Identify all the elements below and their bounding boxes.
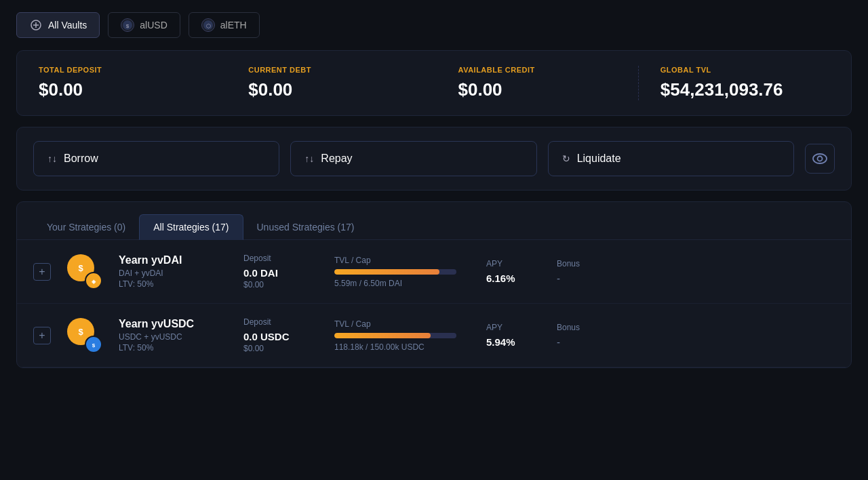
nav-all-vaults-label: All Vaults xyxy=(48,20,87,31)
repay-arrow-icon: ↑↓ xyxy=(304,153,314,164)
yvusdc-name: Yearn yvUSDC xyxy=(119,318,227,330)
yvusdc-ltv: LTV: 50% xyxy=(119,343,227,353)
yvdai-icon-sub: ◈ xyxy=(85,272,102,289)
yvdai-apy-label: APY xyxy=(486,259,540,268)
stats-card: TOTAL DEPOSIT $0.00 CURRENT DEBT $0.00 A… xyxy=(16,50,852,116)
yvusdc-apy: APY 5.94% xyxy=(486,323,540,348)
yvdai-deposit-label: Deposit xyxy=(243,254,318,263)
available-credit-label: AVAILABLE CREDIT xyxy=(458,66,627,74)
svg-text:$: $ xyxy=(126,23,130,29)
svg-text:$: $ xyxy=(92,342,96,348)
yvusdc-bonus: Bonus - xyxy=(557,323,597,348)
yvusdc-info: Yearn yvUSDC USDC + yvUSDC LTV: 50% xyxy=(119,318,227,353)
svg-text:⬡: ⬡ xyxy=(205,23,210,29)
liquidate-button[interactable]: ↻ Liquidate xyxy=(548,141,794,176)
action-card: ↑↓ Borrow ↑↓ Repay ↻ Liquidate xyxy=(16,127,852,191)
yvdai-tvl-text: 5.59m / 6.50m DAI xyxy=(334,279,470,288)
borrow-arrow-icon: ↑↓ xyxy=(47,153,57,164)
repay-button[interactable]: ↑↓ Repay xyxy=(290,141,536,176)
borrow-button[interactable]: ↑↓ Borrow xyxy=(33,141,279,176)
total-deposit-value: $0.00 xyxy=(39,79,208,100)
yvdai-deposit-usd: $0.00 xyxy=(243,280,318,289)
tab-all-strategies[interactable]: All Strategies (17) xyxy=(139,214,243,240)
yvusdc-icon: $ $ xyxy=(67,318,102,353)
nav-aiusd-label: alUSD xyxy=(140,20,167,31)
tab-your-strategies[interactable]: Your Strategies (0) xyxy=(33,214,139,240)
yvusdc-tvl-text: 118.18k / 150.00k USDC xyxy=(334,342,470,352)
borrow-label: Borrow xyxy=(64,153,98,165)
yvdai-info: Yearn yvDAI DAI + yvDAI LTV: 50% xyxy=(119,254,227,289)
yvdai-bonus: Bonus - xyxy=(557,259,597,284)
yvusdc-deposit-label: Deposit xyxy=(243,317,318,327)
yvusdc-apy-value: 5.94% xyxy=(486,336,540,348)
yvdai-name: Yearn yvDAI xyxy=(119,254,227,266)
current-debt-value: $0.00 xyxy=(248,79,417,100)
liquidate-refresh-icon: ↻ xyxy=(562,153,570,164)
all-vaults-icon xyxy=(29,18,43,32)
yvdai-deposit: Deposit 0.0 DAI $0.00 xyxy=(243,254,318,289)
available-credit-value: $0.00 xyxy=(458,79,627,100)
liquidate-label: Liquidate xyxy=(577,153,621,165)
strategies-card: Your Strategies (0) All Strategies (17) … xyxy=(16,201,852,368)
nav-aiusd[interactable]: $ alUSD xyxy=(108,12,180,38)
aiusd-icon: $ xyxy=(121,18,134,32)
available-credit-stat: AVAILABLE CREDIT $0.00 xyxy=(458,66,627,100)
svg-point-6 xyxy=(817,157,822,161)
yvusdc-bonus-label: Bonus xyxy=(557,323,597,332)
yvusdc-deposit: Deposit 0.0 USDC $0.00 xyxy=(243,317,318,353)
global-tvl-stat: GLOBAL TVL $54,231,093.76 xyxy=(638,66,829,100)
yvusdc-deposit-usd: $0.00 xyxy=(243,344,318,353)
yvdai-apy: APY 6.16% xyxy=(486,259,540,284)
yvusdc-progress-bar xyxy=(334,333,456,338)
total-deposit-label: TOTAL DEPOSIT xyxy=(39,66,208,74)
yvusdc-icon-sub: $ xyxy=(85,336,102,353)
yvusdc-tvl: TVL / Cap 118.18k / 150.00k USDC xyxy=(334,319,470,352)
nav-aith[interactable]: ⬡ alETH xyxy=(189,12,260,38)
add-yvusdc-button[interactable]: + xyxy=(33,327,51,344)
top-nav: All Vaults $ alUSD ⬡ alETH xyxy=(0,0,868,50)
yvdai-bonus-value: - xyxy=(557,273,597,284)
eye-button[interactable] xyxy=(805,144,835,174)
yvdai-tvl-label: TVL / Cap xyxy=(334,256,470,265)
yvusdc-sub: USDC + yvUSDC xyxy=(119,332,227,342)
yvusdc-bonus-value: - xyxy=(557,336,597,348)
yvusdc-deposit-amount: 0.0 USDC xyxy=(243,331,318,342)
strategies-tabs: Your Strategies (0) All Strategies (17) … xyxy=(17,202,851,240)
svg-text:$: $ xyxy=(78,263,83,273)
strategy-row-yvdai: + $ ◈ Yearn yvDAI DAI + yvDAI LTV: 50% D… xyxy=(17,240,851,304)
yvdai-progress-bar xyxy=(334,269,456,275)
yvdai-tvl: TVL / Cap 5.59m / 6.50m DAI xyxy=(334,256,470,288)
svg-text:$: $ xyxy=(78,327,83,337)
yvdai-deposit-amount: 0.0 DAI xyxy=(243,267,318,279)
yvdai-icon: $ ◈ xyxy=(67,254,102,289)
strategy-row-yvusdc: + $ $ Yearn yvUSDC USDC + yvUSDC LTV: 50… xyxy=(17,304,851,367)
yvdai-sub: DAI + yvDAI xyxy=(119,268,227,278)
yvdai-apy-value: 6.16% xyxy=(486,273,540,284)
yvdai-ltv: LTV: 50% xyxy=(119,279,227,289)
current-debt-label: CURRENT DEBT xyxy=(248,66,417,74)
global-tvl-value: $54,231,093.76 xyxy=(660,79,829,100)
add-yvdai-button[interactable]: + xyxy=(33,263,51,281)
yvusdc-progress-fill xyxy=(334,333,431,338)
yvusdc-apy-label: APY xyxy=(486,323,540,332)
nav-all-vaults[interactable]: All Vaults xyxy=(16,12,100,38)
current-debt-stat: CURRENT DEBT $0.00 xyxy=(248,66,417,100)
svg-point-5 xyxy=(813,154,827,163)
global-tvl-label: GLOBAL TVL xyxy=(660,66,829,74)
yvdai-progress-fill xyxy=(334,269,439,275)
tab-unused-strategies[interactable]: Unused Strategies (17) xyxy=(243,214,368,240)
repay-label: Repay xyxy=(321,153,352,165)
total-deposit-stat: TOTAL DEPOSIT $0.00 xyxy=(39,66,208,100)
nav-aith-label: alETH xyxy=(220,20,247,31)
aith-icon: ⬡ xyxy=(201,18,215,32)
yvusdc-tvl-label: TVL / Cap xyxy=(334,319,470,329)
yvdai-bonus-label: Bonus xyxy=(557,259,597,268)
svg-text:◈: ◈ xyxy=(91,279,96,285)
